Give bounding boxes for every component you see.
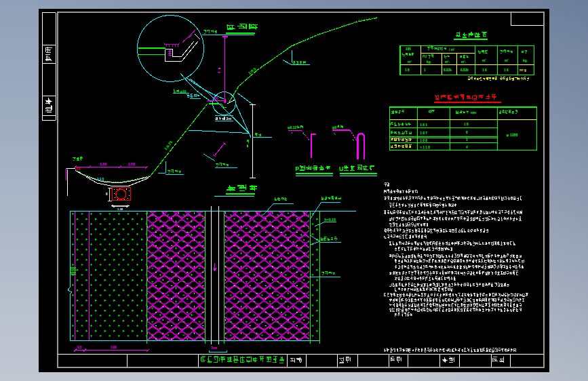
svg-text:1.50: 1.50 [100,162,106,166]
svg-text:7cm: 7cm [211,346,217,350]
svg-text:1 8: 1 8 [464,123,469,126]
svg-text:φ8.12: φ8.12 [288,125,297,129]
svg-text:U: U [339,165,344,172]
svg-text:m²: m² [482,59,486,62]
svg-text:kg.: kg. [427,60,431,64]
svg-text:m².: m². [445,60,450,64]
svg-text:1:0.5: 1:0.5 [248,66,257,75]
svg-text:8.82k: 8.82k [444,68,452,72]
svg-text:/ m²: / m² [449,48,455,52]
svg-text:h=0.15: h=0.15 [324,218,336,222]
svg-text:0.5: 0.5 [77,346,82,349]
svg-text:1 8 8: 1 8 8 [420,139,427,142]
svg-text:m²: m² [505,59,509,62]
svg-text:φ8: φ8 [332,125,337,129]
svg-text:8.82k: 8.82k [460,68,469,72]
svg-text:4: 4 [466,146,468,149]
svg-text:1: 1 [466,138,468,142]
svg-text:rrr g: rrr g [520,68,526,72]
svg-text:1 8 1: 1 8 1 [420,123,427,127]
svg-text:1: 1 [424,68,426,72]
svg-text:1.50: 1.50 [128,162,135,166]
svg-text:φ 1288: φ 1288 [507,133,518,137]
svg-text:φ16: φ16 [180,89,187,94]
svg-text:1:1.5: 1:1.5 [97,178,104,181]
svg-text:8: 8 [106,193,108,196]
svg-text:8: 8 [466,131,468,134]
svg-text:kg.: kg. [523,59,528,62]
svg-text:2m: 2m [227,117,232,121]
svg-text:1 8: 1 8 [504,68,509,72]
svg-text:1 8: 1 8 [482,68,487,72]
svg-text:< 1 1 8: < 1 1 8 [420,146,430,149]
svg-text:m²: m² [408,60,412,64]
svg-text:m².: m². [461,60,466,64]
svg-text:1.00: 1.00 [111,346,117,349]
svg-text:P: P [295,165,299,172]
svg-text:mm: mm [471,111,476,115]
svg-text:±0.00: ±0.00 [73,266,77,275]
svg-text:1 8 7: 1 8 7 [420,132,427,135]
svg-text:FU: FU [423,55,427,58]
svg-text:185: 185 [406,47,411,51]
svg-text:0.5: 0.5 [76,167,81,171]
svg-text:1.38: 1.38 [117,207,123,211]
svg-text:1 8: 1 8 [405,68,410,72]
